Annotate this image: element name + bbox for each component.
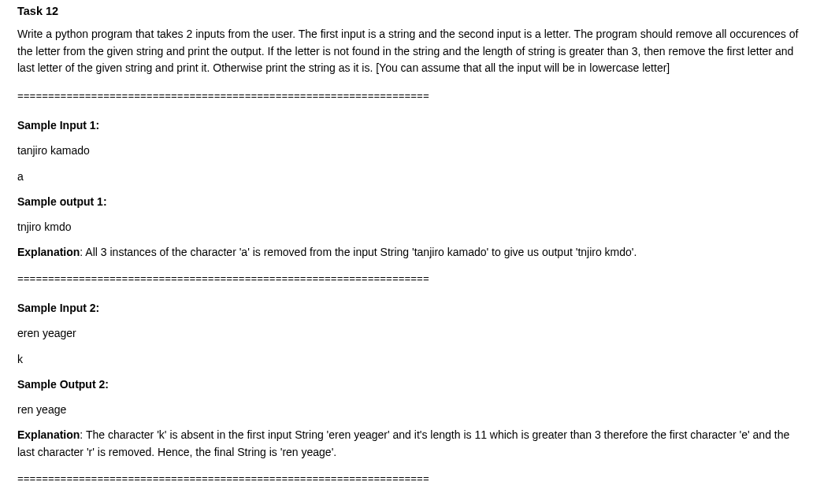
sample1-input-label: Sample Input 1: — [17, 117, 807, 133]
sample2-input-label: Sample Input 2: — [17, 300, 807, 316]
sample2-input-letter: k — [17, 351, 807, 367]
task-title: Task 12 — [17, 3, 807, 20]
explanation-text: : The character 'k' is absent in the fir… — [17, 428, 789, 458]
separator: ========================================… — [17, 472, 807, 487]
sample1-input-string: tanjiro kamado — [17, 143, 807, 158]
explanation-label: Explanation — [17, 428, 80, 441]
sample2-output-value: ren yeage — [17, 402, 807, 417]
sample1-input-letter: a — [17, 169, 807, 184]
separator: ========================================… — [17, 272, 807, 287]
sample2-output-label: Sample Output 2: — [17, 376, 807, 392]
explanation-label: Explanation — [17, 246, 80, 258]
separator: ========================================… — [17, 90, 807, 105]
sample2-explanation: Explanation: The character 'k' is absent… — [17, 427, 807, 461]
sample1-output-label: Sample output 1: — [17, 194, 807, 209]
explanation-text: : All 3 instances of the character 'a' i… — [80, 246, 637, 258]
task-document: Task 12 Write a python program that take… — [0, 0, 824, 504]
sample1-output-value: tnjiro kmdo — [17, 219, 807, 235]
task-prompt: Write a python program that takes 2 inpu… — [17, 26, 807, 77]
sample1-explanation: Explanation: All 3 instances of the char… — [17, 244, 807, 261]
sample2-input-string: eren yeager — [17, 325, 807, 341]
